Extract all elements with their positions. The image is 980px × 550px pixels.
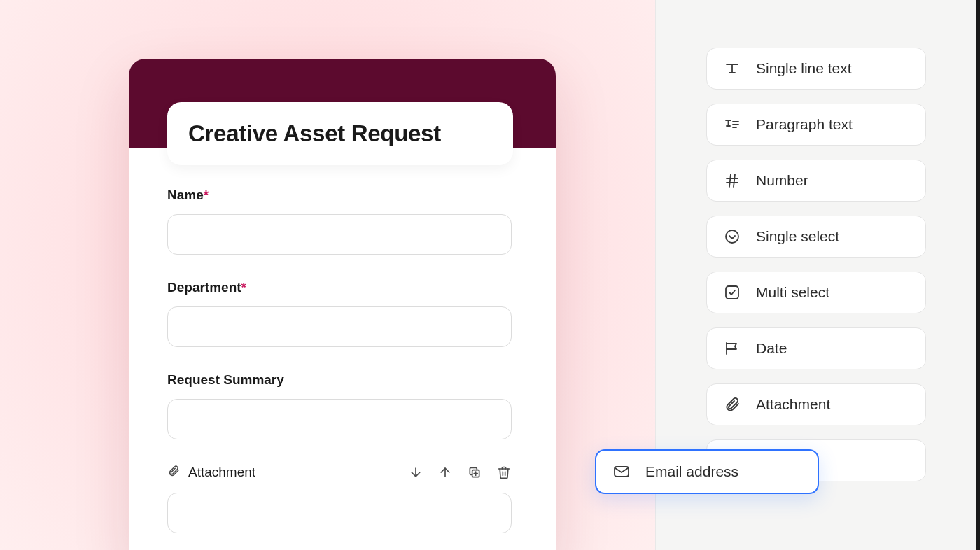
field-type-label: Date — [756, 340, 787, 357]
hash-icon — [724, 172, 741, 189]
paragraph-icon — [724, 116, 741, 133]
field-type-label: Paragraph text — [756, 116, 853, 133]
form-field-attachment[interactable]: Attachment — [167, 465, 517, 533]
date-icon — [724, 340, 741, 357]
field-type-number[interactable]: Number — [706, 160, 926, 202]
form-field-request-summary[interactable]: Request Summary — [167, 372, 517, 439]
paperclip-icon — [167, 465, 180, 480]
form-title-card[interactable]: Creative Asset Request — [167, 102, 513, 165]
field-label: Attachment — [188, 465, 255, 480]
field-type-single-line-text[interactable]: Single line text — [706, 48, 926, 90]
form-field-department[interactable]: Department* — [167, 280, 517, 347]
department-input[interactable] — [167, 306, 512, 347]
single-select-icon — [724, 228, 741, 245]
field-type-list: Single line text Paragraph text Number S… — [706, 48, 926, 481]
field-label: Name* — [167, 188, 517, 203]
field-type-label: Attachment — [756, 396, 830, 413]
form-field-name[interactable]: Name* — [167, 188, 517, 255]
svg-line-10 — [729, 174, 731, 187]
field-toolbar — [408, 465, 512, 480]
field-type-multi-select[interactable]: Multi select — [706, 272, 926, 313]
text-icon — [724, 60, 741, 77]
field-type-label: Single select — [756, 228, 839, 245]
field-type-label: Multi select — [756, 284, 830, 301]
move-down-button[interactable] — [408, 465, 424, 480]
attachment-icon — [724, 396, 741, 413]
request-summary-input[interactable] — [167, 399, 512, 439]
svg-line-11 — [734, 174, 735, 187]
form-body: Name* Department* Request Summary — [129, 148, 556, 550]
field-type-label: Email address — [645, 463, 738, 480]
email-icon — [613, 463, 630, 480]
field-type-label: Single line text — [756, 60, 852, 77]
field-type-attachment[interactable]: Attachment — [706, 383, 926, 425]
field-label: Department* — [167, 280, 517, 295]
form-canvas: Creative Asset Request Name* Department* — [0, 0, 655, 550]
name-input[interactable] — [167, 214, 512, 255]
svg-point-12 — [726, 230, 738, 243]
field-type-email-address-dragging[interactable]: Email address — [595, 449, 819, 494]
attachment-input[interactable] — [167, 493, 512, 533]
multi-select-icon — [724, 284, 741, 301]
field-type-paragraph-text[interactable]: Paragraph text — [706, 104, 926, 146]
form-title: Creative Asset Request — [188, 120, 492, 147]
field-type-label: Number — [756, 172, 808, 189]
field-label: Request Summary — [167, 372, 517, 388]
svg-rect-13 — [726, 286, 738, 299]
field-type-date[interactable]: Date — [706, 327, 926, 369]
field-type-sidebar: Single line text Paragraph text Number S… — [655, 0, 980, 550]
duplicate-button[interactable] — [467, 465, 482, 480]
form-card: Creative Asset Request Name* Department* — [129, 59, 556, 550]
delete-button[interactable] — [496, 465, 512, 480]
move-up-button[interactable] — [438, 465, 453, 480]
field-type-single-select[interactable]: Single select — [706, 216, 926, 258]
